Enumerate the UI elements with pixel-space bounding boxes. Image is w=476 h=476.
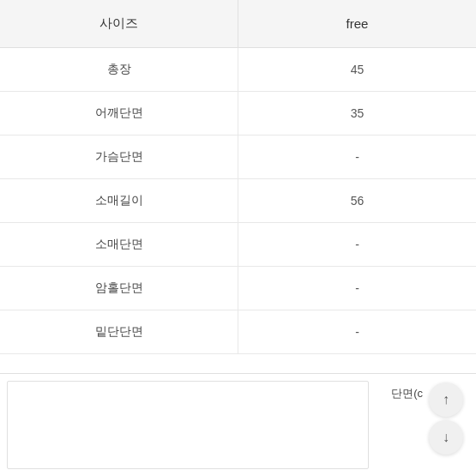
- bottom-label: 단면(c: [391, 386, 423, 401]
- scroll-up-button[interactable]: ↑: [429, 383, 463, 417]
- col-size-header: 사이즈: [0, 0, 238, 48]
- table-row: 소매길이56: [0, 179, 476, 223]
- arrow-up-icon: ↑: [443, 392, 449, 407]
- table-row: 총장45: [0, 48, 476, 92]
- row-label: 암홀단면: [0, 267, 238, 310]
- row-value: -: [238, 136, 477, 179]
- bottom-content-box: [7, 381, 369, 469]
- row-value: -: [238, 267, 477, 310]
- scroll-down-button[interactable]: ↓: [429, 420, 463, 455]
- row-label: 어깨단면: [0, 92, 238, 136]
- col-free-header: free: [238, 0, 477, 48]
- row-label: 소매단면: [0, 223, 238, 267]
- row-value: -: [238, 310, 477, 354]
- table-row: 가슴단면-: [0, 136, 476, 179]
- table-row: 소매단면-: [0, 223, 476, 267]
- bottom-area: 단면(c ↑ ↓: [0, 373, 476, 476]
- table-row: 어깨단면35: [0, 92, 476, 136]
- table-row: 밑단단면-: [0, 310, 476, 354]
- page-wrapper: 사이즈 free 총장45어깨단면35가슴단면-소매길이56소매단면-암홀단면-…: [0, 0, 476, 476]
- size-table: 사이즈 free 총장45어깨단면35가슴단면-소매길이56소매단면-암홀단면-…: [0, 0, 476, 354]
- table-row: 암홀단면-: [0, 267, 476, 310]
- row-value: 56: [238, 179, 477, 223]
- scroll-buttons: ↑ ↓: [429, 383, 463, 455]
- row-value: 35: [238, 92, 477, 136]
- table-container: 사이즈 free 총장45어깨단면35가슴단면-소매길이56소매단면-암홀단면-…: [0, 0, 476, 373]
- row-label: 소매길이: [0, 179, 238, 223]
- table-body: 총장45어깨단면35가슴단면-소매길이56소매단면-암홀단면-밑단단면-: [0, 48, 476, 354]
- arrow-down-icon: ↓: [443, 430, 449, 445]
- row-label: 밑단단면: [0, 310, 238, 354]
- row-label: 가슴단면: [0, 136, 238, 179]
- row-value: -: [238, 223, 477, 267]
- row-label: 총장: [0, 48, 238, 92]
- row-value: 45: [238, 48, 477, 92]
- table-header-row: 사이즈 free: [0, 0, 476, 48]
